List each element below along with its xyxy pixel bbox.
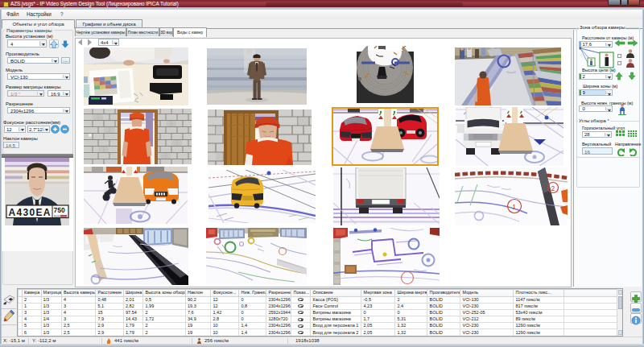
svg-text:750: 750: [54, 206, 65, 214]
svg-text:1: 1: [512, 202, 516, 211]
svg-text:А430ЕА: А430ЕА: [9, 207, 51, 218]
svg-text:RUS: RUS: [54, 215, 60, 218]
svg-text:2: 2: [551, 184, 555, 192]
